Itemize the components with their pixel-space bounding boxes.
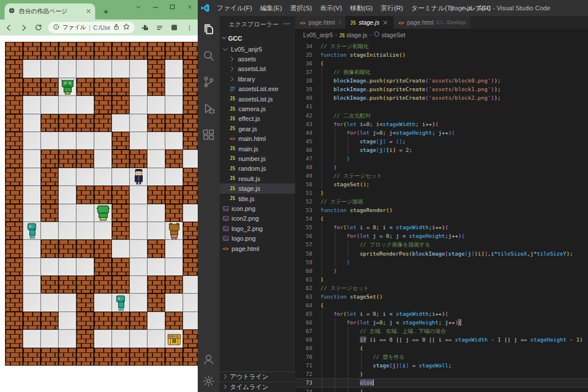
code-line-48[interactable]: 48 } [295,163,588,171]
code-line-39[interactable]: 39 blockImage.push(spriteCreate('assets/… [295,85,588,93]
code-line-38[interactable]: 38 blockImage.push(spriteCreate('assets/… [295,76,588,85]
menu-ファイル(F)[interactable]: ファイル(F) [213,0,256,16]
code-line-51[interactable]: 51} [295,189,588,197]
info-icon[interactable] [53,22,60,33]
code-line-36[interactable]: 36{ [295,59,588,68]
browser-menu-kebab-icon[interactable] [184,22,194,33]
code-line-73[interactable]: 73 else [295,378,588,387]
code-line-68[interactable]: 68 if (i == 0 || j == 0 || i == stageWid… [295,335,588,344]
code-line-52[interactable]: 52// ステージ描画 [295,197,588,206]
code-line-74[interactable]: 74 { [295,387,588,392]
file-item-title.js[interactable]: JStitle.js [219,194,295,203]
files-icon[interactable] [198,16,219,42]
back-button[interactable] [3,22,14,33]
search-icon[interactable] [198,42,219,69]
breadcrumb-item-stage.js[interactable]: JSstage.js [339,32,367,38]
code-line-40[interactable]: 40 blockImage.push(spriteCreate('assets/… [295,93,588,102]
file-item-number.js[interactable]: JSnumber.js [219,154,295,163]
extensions-icon[interactable] [198,121,219,148]
code-line-42[interactable]: 42 // 二次元配列 [295,111,588,120]
code-line-54[interactable]: 54{ [295,214,588,223]
code-line-53[interactable]: 53function stageRender() [295,206,588,214]
file-item-main.html[interactable]: <>main.html [219,134,295,144]
menu-選択(S)[interactable]: 選択(S) [286,0,316,16]
menu-移動(G)[interactable]: 移動(G) [346,0,377,16]
code-line-65[interactable]: 65 for(let i = 0; i < stageWidth;i++){ [295,309,588,318]
file-item-Lv05_anjr5[interactable]: Lv05_anjr5 [219,44,295,54]
section-アウトライン[interactable]: アウトライン [219,371,295,382]
code-line-72[interactable]: 72 } [295,370,588,378]
code-line-35[interactable]: 35function stageInitialize() [295,50,588,59]
file-item-assetsList.exe[interactable]: assetsList.exe [219,84,295,94]
code-line-55[interactable]: 55 for(let i = 0; i < stageWidth;i++){ [295,223,588,232]
code-line-46[interactable]: 46 stage[j][i] = 2; [295,146,588,154]
file-item-logo_2.png[interactable]: logo_2.png [219,224,295,233]
minimize-button[interactable] [151,2,160,11]
code-line-49[interactable]: 49 // ステージセット [295,171,588,180]
maximize-button[interactable] [168,2,177,11]
code-line-69[interactable]: 69 { [295,344,588,352]
file-item-icon2.png[interactable]: icon2.png [219,214,295,224]
reload-button[interactable] [33,22,44,33]
editor-tab-page.html[interactable]: <>page.html.\ [295,16,346,29]
editor-tab-stage.js[interactable]: JSstage.js [346,16,394,29]
extensions-puzzle-icon[interactable] [139,22,150,33]
code-line-66[interactable]: 66 for(let j=0; j < stageHeight; j++){ [295,318,588,327]
code-line-56[interactable]: 56 for(let j = 0; j < stageHeight;j++){ [295,232,588,240]
code-editor[interactable]: 34// ステージ初期化35function stageInitialize()… [295,41,588,392]
profile-avatar[interactable] [169,22,179,33]
vscode-logo-icon[interactable] [198,3,213,13]
share-icon[interactable] [113,22,120,33]
code-line-59[interactable]: 59 } [295,258,588,266]
file-item-assetsList.js[interactable]: JSassetsList.js [219,94,295,104]
code-line-64[interactable]: 64{ [295,301,588,309]
source-control-icon[interactable] [198,69,219,95]
section-タイムライン[interactable]: タイムライン [219,382,295,392]
code-line-34[interactable]: 34// ステージ初期化 [295,42,588,50]
tab-search-chevron-icon[interactable] [134,2,143,11]
code-line-57[interactable]: 57 // ブロック画像を描画する [295,240,588,249]
file-item-result.js[interactable]: JSresult.js [219,174,295,183]
settings-icon[interactable] [198,370,219,392]
file-item-stage.js[interactable]: JSstage.js [219,183,295,193]
code-line-63[interactable]: 63function stageSet() [295,292,588,301]
file-item-effect.js[interactable]: JSeffect.js [219,114,295,124]
tab-close-icon[interactable] [382,19,389,26]
breadcrumb[interactable]: Lv05_anjr5›JSstage.js›stageSet [295,29,588,41]
bookmark-star-icon[interactable] [123,22,130,33]
file-item-page.html[interactable]: <>page.html [219,244,295,253]
browser-tab[interactable]: 自分の作品ページ [5,3,95,19]
code-line-62[interactable]: 62// ステージセット [295,284,588,292]
file-item-logo.png[interactable]: logo.png [219,233,295,243]
reading-list-icon[interactable] [154,22,164,33]
file-item-gear.js[interactable]: JSgear.js [219,124,295,134]
file-item-assetsList[interactable]: assetsList [219,64,295,74]
code-line-67[interactable]: 67 // 左端、右端、上端、下端の場合 [295,327,588,335]
code-line-50[interactable]: 50 stageSet(); [295,180,588,189]
breadcrumb-item-stageSet[interactable]: stageSet [374,31,405,38]
code-line-71[interactable]: 71 stage[j][i] = stageWall; [295,361,588,370]
code-line-61[interactable]: 61} [295,275,588,284]
window-close-button[interactable] [185,2,194,11]
game-canvas[interactable] [5,42,198,366]
breadcrumb-item-Lv05_anjr5[interactable]: Lv05_anjr5 [303,32,333,38]
tab-close-icon[interactable] [85,6,92,17]
code-line-70[interactable]: 70 // 壁を作る [295,352,588,361]
file-item-camera.js[interactable]: JScamera.js [219,104,295,113]
menu-編集(E)[interactable]: 編集(E) [256,0,286,16]
file-item-random.js[interactable]: JSrandom.js [219,164,295,174]
menu-表示(V)[interactable]: 表示(V) [316,0,346,16]
run-debug-icon[interactable] [198,95,219,121]
code-line-58[interactable]: 58 spriteRenderPos(blockImage[stage[j][i… [295,249,588,258]
file-item-icon.png[interactable]: icon.png [219,203,295,213]
code-line-44[interactable]: 44 for(let j=0; j<stageHeight; j++){ [295,128,588,137]
workspace-root-folder[interactable]: GCC [219,33,295,44]
new-tab-button[interactable]: + [100,5,112,17]
code-line-43[interactable]: 43 for(let i=0; i<stageWidth; i++){ [295,120,588,128]
account-icon[interactable] [198,348,219,370]
file-item-assets[interactable]: assets [219,54,295,64]
code-line-47[interactable]: 47 } [295,154,588,163]
explorer-more-actions-icon[interactable] [283,20,291,29]
file-item-library[interactable]: library [219,74,295,84]
code-line-60[interactable]: 60 } [295,266,588,275]
